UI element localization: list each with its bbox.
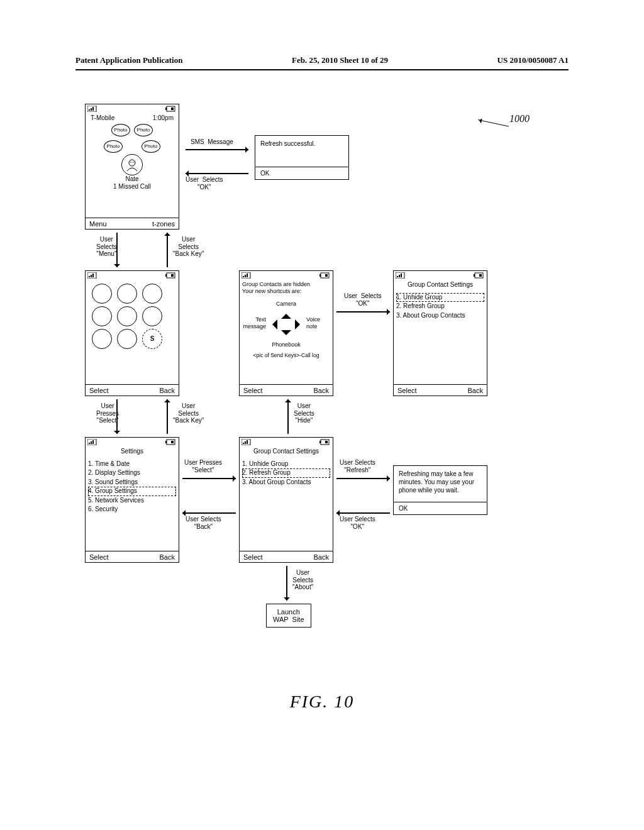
- label-backkey-2: User Selects "Back Key": [173, 402, 204, 424]
- svg-point-9: [133, 162, 134, 163]
- settings-letter: S: [150, 335, 155, 343]
- svg-rect-44: [325, 441, 328, 443]
- label-hide: User Selects "Hide": [294, 402, 314, 424]
- softkey-left[interactable]: Select: [89, 553, 109, 561]
- svg-rect-19: [245, 275, 246, 277]
- status-bar: [86, 104, 179, 113]
- svg-rect-32: [89, 443, 90, 444]
- menu-item[interactable]: [117, 306, 137, 326]
- shortcuts-line2: Your new shortcuts are:: [242, 288, 330, 295]
- contact-avatar[interactable]: [121, 154, 143, 175]
- list-item[interactable]: 1. Unhide Group: [396, 293, 484, 302]
- softkey-left[interactable]: Select: [89, 387, 109, 394]
- list-item[interactable]: 1. Time & Date: [88, 460, 176, 469]
- page-header: Patent Application Publication Feb. 25, …: [75, 55, 569, 65]
- label-backkey-1: User Selects "Back Key": [173, 236, 204, 258]
- softkey-left[interactable]: Select: [397, 387, 417, 394]
- svg-rect-25: [397, 276, 398, 277]
- clock: 1:00pm: [153, 114, 174, 123]
- menu-item[interactable]: [142, 306, 162, 326]
- list-item[interactable]: 4. Group Settings: [88, 487, 176, 496]
- label-sms-message: SMS Message: [191, 138, 233, 146]
- photo-slot[interactable]: Photo: [111, 124, 130, 136]
- svg-point-8: [130, 162, 131, 163]
- list-item[interactable]: 3. About Group Contacts: [242, 478, 330, 487]
- svg-rect-30: [479, 274, 482, 277]
- svg-rect-34: [92, 440, 94, 444]
- battery-icon: [474, 272, 485, 279]
- svg-rect-43: [319, 441, 321, 443]
- arrow-refresh-right: [336, 478, 390, 479]
- svg-rect-26: [399, 275, 400, 277]
- svg-rect-13: [92, 274, 94, 277]
- photo-row-top: Photo Photo: [88, 124, 176, 136]
- arrow-ok-left: [336, 512, 390, 514]
- svg-rect-6: [171, 108, 174, 110]
- svg-rect-22: [319, 274, 321, 277]
- menu-item[interactable]: [117, 284, 137, 304]
- svg-rect-5: [165, 108, 167, 110]
- menu-item-settings[interactable]: S: [142, 329, 162, 349]
- shortcut-down: Phonebook: [242, 341, 330, 348]
- screen-title: Settings: [88, 448, 176, 456]
- softkey-left[interactable]: Select: [243, 387, 263, 394]
- svg-rect-1: [89, 109, 90, 111]
- svg-rect-27: [401, 274, 402, 277]
- menu-row: [92, 284, 172, 304]
- signal-icon: [87, 272, 97, 279]
- photo-slot[interactable]: Photo: [134, 124, 153, 136]
- svg-rect-29: [474, 274, 475, 277]
- softkey-right[interactable]: Back: [314, 387, 329, 394]
- svg-rect-4: [167, 106, 175, 111]
- settings-screen: Settings 1. Time & Date 2. Display Setti…: [85, 437, 179, 563]
- face-icon: [125, 157, 140, 172]
- list-item[interactable]: 6. Security: [88, 505, 176, 514]
- svg-rect-20: [247, 274, 248, 277]
- photo-slot[interactable]: Photo: [104, 140, 123, 153]
- svg-rect-3: [92, 107, 94, 111]
- main-menu-screen: S Select Back: [85, 270, 179, 396]
- softkey-left[interactable]: Menu: [89, 220, 107, 228]
- header-right: US 2010/0050087 A1: [497, 55, 569, 65]
- list-item[interactable]: 2. Display Settings: [88, 468, 176, 478]
- shortcut-left: Text message: [242, 316, 266, 331]
- wap-launch-box: Launch WAP Site: [266, 604, 311, 628]
- svg-rect-40: [245, 441, 246, 444]
- arrow-ok-back: [186, 173, 248, 174]
- list-item[interactable]: 1. Unhide Group: [242, 460, 330, 469]
- arrow-back-up-2: [167, 399, 168, 434]
- list-item[interactable]: 3. About Group Contacts: [396, 311, 484, 321]
- list-item[interactable]: 2. Refresh Group: [242, 468, 330, 478]
- list-item[interactable]: 3. Sound Settings: [88, 478, 176, 487]
- label-refresh: User Selects "Refresh": [340, 459, 375, 473]
- menu-item[interactable]: [92, 306, 112, 326]
- battery-icon: [319, 272, 331, 279]
- softkey-left[interactable]: Select: [243, 553, 263, 561]
- label-user-menu: User Selects "Menu": [96, 236, 117, 258]
- list-item[interactable]: 2. Refresh Group: [396, 302, 484, 311]
- svg-rect-35: [167, 440, 175, 445]
- group-settings-top-screen: Group Contact Settings 1. Unhide Group 2…: [393, 270, 487, 396]
- menu-item[interactable]: [92, 284, 112, 304]
- softkey-right[interactable]: Back: [468, 387, 483, 394]
- menu-item[interactable]: [117, 329, 137, 349]
- softkey-right[interactable]: t-zones: [152, 220, 175, 228]
- softkey-right[interactable]: Back: [160, 387, 175, 394]
- shortcut-send: <pic of Send Keys>-Call log: [242, 352, 330, 359]
- popup-ok-button[interactable]: OK: [255, 167, 348, 179]
- softkey-right[interactable]: Back: [314, 553, 329, 561]
- menu-row: [92, 306, 172, 326]
- svg-rect-28: [475, 273, 483, 278]
- svg-rect-23: [325, 274, 328, 277]
- menu-item[interactable]: [92, 329, 112, 349]
- header-rule: [75, 69, 569, 70]
- popup-ok-button[interactable]: OK: [394, 502, 487, 514]
- arrow-select-right: [182, 478, 236, 479]
- list-item[interactable]: 5. Network Services: [88, 496, 176, 506]
- menu-item[interactable]: [142, 284, 162, 304]
- arrow-back-left: [182, 512, 236, 514]
- softkey-right[interactable]: Back: [160, 553, 175, 561]
- photo-slot[interactable]: Photo: [142, 140, 160, 153]
- svg-rect-18: [243, 276, 244, 277]
- photo-row-mid: Photo Photo: [88, 140, 176, 153]
